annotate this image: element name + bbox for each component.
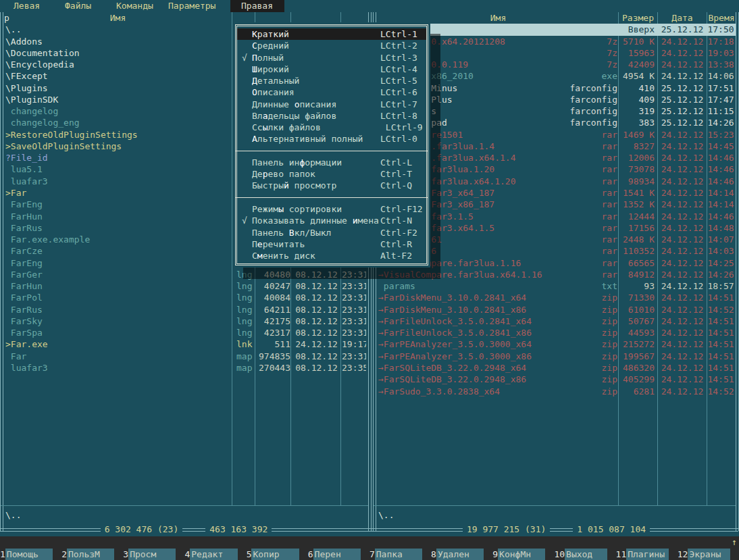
file-row[interactable]: →FarSQLiteDB_3.22.0.2948_x86zip40529924.… [377,374,736,385]
fkey-3-button[interactable]: 3Просм [123,549,184,560]
file-date: 08.12.12 [292,362,341,374]
menubar-item-4[interactable]: Параметры [168,0,215,12]
file-size: 1541 K [619,187,655,199]
menu-item[interactable]: ШирокийLCtrl-4 [237,63,426,75]
file-name: Far [5,351,232,362]
file-size: 12006 [619,152,655,163]
file-time: 14:45 [707,141,734,152]
menu-item[interactable]: Ссылки файлов LCtrl-9 [237,122,426,133]
fkey-4-button[interactable]: 4Редакт [184,549,246,560]
file-row[interactable]: Farmap97483508.12.1223:31 [4,351,368,362]
file-time: 17:50 [707,24,734,35]
file-row[interactable]: FarSpalng4231708.12.1223:31 [4,327,368,338]
file-size: 93 [619,280,655,292]
fkey-9-button[interactable]: 9КонфМн [492,549,554,560]
menubar-item-3[interactable]: Команды [116,0,153,12]
menubar-item-5[interactable]: Правая [241,0,273,12]
fkey-number: 9 [492,549,498,560]
fkey-7-button[interactable]: 7Папка [370,549,431,560]
fkey-label: Выход [565,549,607,560]
file-time: 23:35 [342,362,366,374]
file-size: 511 [255,338,290,350]
menu-item[interactable]: СреднийLCtrl-2 [237,40,426,51]
file-name: \PluginSDK [5,94,232,105]
file-extension: farconfig [549,94,617,105]
fkey-10-button[interactable]: 10Выход [554,549,615,560]
menu-item[interactable]: Длинные описанияLCtrl-7 [237,99,426,110]
file-extension: zip [549,292,617,303]
fkey-number: 3 [123,549,128,560]
fkey-8-button[interactable]: 8Удален [431,549,492,560]
fkey-5-button[interactable]: 5Копир [247,549,308,560]
menu-item-label: Панель Вкл/Выкл [252,227,331,238]
file-row[interactable]: >Far.exelnk51124.12.1219:17 [4,338,368,350]
file-time: 23:31 [342,304,366,315]
file-extension: rar [549,163,617,175]
menu-item-shortcut: LCtrl-7 [380,99,417,110]
menu-item[interactable]: КраткийLCtrl-1 [237,28,426,40]
file-row[interactable]: luafar3map27044308.12.1223:35 [4,362,368,374]
right-header-size[interactable]: Размер [619,12,657,24]
file-row[interactable]: →FarSQLiteDB_3.22.0.2948_x64zip48632024.… [377,362,736,374]
fkey-11-button[interactable]: 11Плагины [616,549,678,560]
menu-item-hotkey-letter: м [257,251,263,261]
file-name: >SaveOldPluginSettings [5,141,232,152]
file-extension: rar [549,245,617,257]
fkey-6-button[interactable]: 6Перен [308,549,370,560]
file-date: 24.12.12 [292,338,341,350]
history-up-arrow[interactable]: ↑ [732,536,737,549]
menu-item[interactable]: ПеречитатьCtrl-R [237,238,426,250]
menu-item[interactable]: Быстрый просмотрCtrl-Q [237,180,426,191]
right-header-date[interactable]: Дата [658,12,707,24]
file-row[interactable]: →FarSudo_3.3.0.2838_x64zip628124.12.1214… [377,386,736,397]
menu-item[interactable]: Альтернативный полныйLCtrl-0 [237,133,426,145]
menu-item[interactable]: ДетальныйLCtrl-5 [237,75,426,86]
file-size: 1352 K [619,199,655,210]
right-header-time[interactable]: Время [707,12,736,24]
menu-item-shortcut: LCtrl-3 [380,52,417,63]
menu-shadow-right [430,34,440,268]
file-row[interactable]: FarRuslng6421108.12.1223:31 [4,304,368,315]
file-row[interactable]: FarHunlng4024708.12.1223:31 [4,280,368,292]
file-name: luafar3 [5,176,232,187]
left-status-file: \.. [5,509,21,521]
file-time: 14:46 [707,211,734,222]
menubar-item-2[interactable]: Файлы [65,0,91,12]
command-line[interactable]: C:\Work\FAR> ↑ [0,536,739,549]
fkey-1-button[interactable]: 1Помощь [0,549,61,560]
menu-separator [237,145,426,157]
menu-item[interactable]: Владельцы файловLCtrl-8 [237,110,426,122]
file-extension: zip [549,304,617,315]
menu-item[interactable]: Панель информацииCtrl-L [237,157,426,168]
left-header-name[interactable]: Имя [4,12,232,24]
menu-item[interactable]: Дерево папокCtrl-T [237,168,426,180]
menu-item[interactable]: ОписанияLCtrl-6 [237,86,426,98]
file-row[interactable]: FarPollng4008408.12.1223:31 [4,292,368,303]
menu-item[interactable]: Сменить дискAlt-F2 [237,250,426,261]
menu-item[interactable]: Панель Вкл/ВыклCtrl-F2 [237,227,426,238]
menubar-item-1[interactable]: Левая [14,0,40,12]
file-date: 25.12.12 [658,105,707,117]
file-row[interactable]: →FarPEAnalyzer_3.5.0.3000_x64zip21527224… [377,338,736,350]
file-extension: rar [549,199,617,210]
menu-item[interactable]: Полный√LCtrl-3 [237,52,426,63]
file-time: 23:31 [342,280,366,292]
file-size: Вверх [619,24,655,35]
file-row[interactable]: →FarDiskMenu_3.10.0.2841_x86zip6101024.1… [377,304,736,315]
fkey-2-button[interactable]: 2ПользМ [61,549,123,560]
file-row[interactable]: →FarDiskMenu_3.10.0.2841_x64zip7133024.1… [377,292,736,303]
menu-item-shortcut: LCtrl-2 [380,40,417,51]
file-name: FarHun [5,280,232,292]
file-row[interactable]: →FarFileUnlock_3.5.0.2841_x64zip5076724.… [377,315,736,327]
fkey-label: Перен [313,549,361,560]
file-date: 24.12.12 [658,315,707,327]
file-row[interactable]: →FarFileUnlock_3.5.0.2841_x86zip4459324.… [377,327,736,338]
file-row[interactable]: paramstxt9324.12.1218:57 [377,280,736,292]
fkey-label: Помощь [5,549,53,560]
menu-item[interactable]: Режимы сортировкиCtrl-F12 [237,203,426,215]
file-row[interactable]: →FarPEAnalyzer_3.5.0.3000_x86zip19956724… [377,351,736,362]
menu-item[interactable]: Показывать длинные имена√Ctrl-N [237,215,426,226]
fkey-12-button[interactable]: 12Экраны [678,549,739,560]
file-row[interactable]: FarSkylng4217508.12.1223:31 [4,315,368,327]
menu-item-shortcut: Ctrl-N [380,215,412,226]
